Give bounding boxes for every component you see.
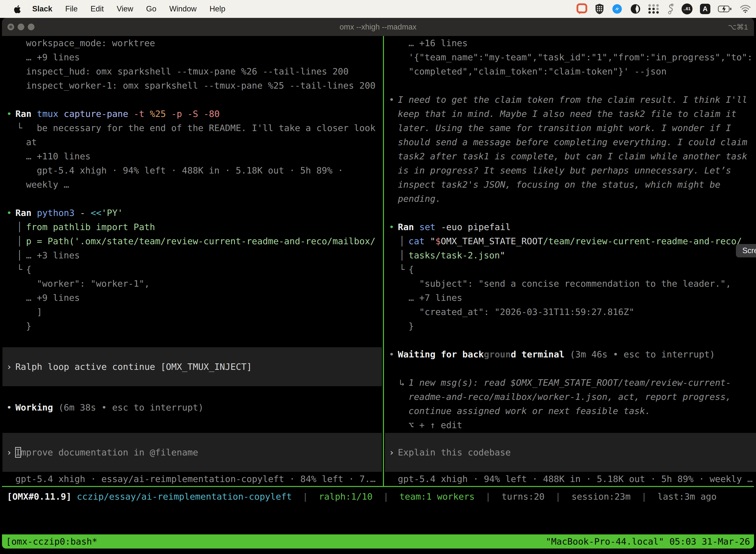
wifi-icon[interactable] bbox=[740, 4, 751, 13]
terminal-line: │cat "$OMX_TEAM_STATE_ROOT/team/review-c… bbox=[385, 234, 756, 248]
text-token: should send a message before completing … bbox=[398, 137, 747, 147]
text-token: Ran bbox=[15, 208, 37, 218]
line-gutter-marker: │ bbox=[399, 248, 405, 262]
text-token: from pathlib import Path bbox=[26, 222, 155, 232]
omx-status-bar: [OMX#0.11.9] cczip/essay/ai-reimplementa… bbox=[2, 490, 756, 519]
text-token: … +7 lines bbox=[408, 293, 462, 303]
screen-share-tooltip: Scre bbox=[736, 244, 756, 258]
terminal-line: inspect_worker-1: omx sparkshell --tmux-… bbox=[2, 78, 382, 93]
text-token: later. Using the same for transition mig… bbox=[398, 123, 731, 133]
terminal-line: … +16 lines bbox=[385, 36, 756, 50]
text-token: - bbox=[80, 208, 90, 218]
text-token: … +9 lines bbox=[26, 293, 80, 303]
text-token: set bbox=[420, 222, 441, 232]
text-token: [OMX#0.11.9] bbox=[7, 491, 71, 502]
text-token bbox=[545, 491, 555, 502]
text-token: ralph:1/10 bbox=[319, 491, 373, 502]
text-token: cczip/essay/ai-reimplementation-copyleft bbox=[77, 491, 292, 502]
line-gutter-marker: • bbox=[389, 220, 394, 234]
text-token: Working bbox=[15, 402, 58, 412]
line-gutter-marker: └ bbox=[17, 121, 22, 135]
terminal-line: '{"team_name":"my-team","task_id":"1","f… bbox=[385, 50, 756, 64]
text-token: | bbox=[555, 491, 561, 502]
terminal-line: workspace_mode: worktree bbox=[2, 36, 382, 50]
zoom-window-button[interactable] bbox=[28, 23, 35, 30]
mailbox-notice: ↳1 new msg(s): read $OMX_TEAM_STATE_ROOT… bbox=[385, 376, 756, 390]
line-gutter-marker: • bbox=[6, 206, 12, 220]
line-gutter-marker: • bbox=[389, 93, 394, 107]
messenger-icon[interactable] bbox=[612, 3, 623, 14]
command-line: •Ran set -euo pipefail bbox=[385, 220, 756, 234]
text-token: I bbox=[15, 447, 21, 457]
text-token: { bbox=[26, 264, 32, 275]
text-token: (6m 38s • esc to interrupt) bbox=[58, 402, 203, 412]
text-token: python3 bbox=[37, 208, 80, 218]
window-title-bar[interactable]: omx --xhigh --madmax ⌥⌘1 bbox=[2, 18, 754, 36]
blank-line bbox=[385, 206, 756, 220]
line-gutter-marker: └ bbox=[399, 262, 405, 277]
terminal-line: is in progress? It seems likely but perh… bbox=[385, 163, 756, 177]
command-line: •Ran python3 - <<'PY' bbox=[2, 206, 382, 220]
menu-item-help[interactable]: Help bbox=[209, 4, 226, 13]
text-token: Ran bbox=[15, 109, 37, 119]
chat-bubble-icon[interactable] bbox=[576, 3, 587, 15]
menu-item-go[interactable]: Go bbox=[146, 4, 156, 13]
prompt-placeholder: ›Explain this codebase bbox=[385, 445, 756, 459]
text-token: Explain this codebase bbox=[398, 447, 511, 457]
text-token: (3m 46s • esc to interrupt) bbox=[565, 349, 715, 359]
terminal-line: inspect_hud: omx sparkshell --tmux-pane … bbox=[2, 64, 382, 78]
terminal-line: "created_at": "2026-03-31T11:59:27.816Z" bbox=[385, 305, 756, 319]
shield-grid-icon[interactable] bbox=[595, 3, 604, 15]
tmux-session-window[interactable]: [omx-cczip0:bash* bbox=[6, 536, 97, 547]
thinking-line: •I need to get the claim token from the … bbox=[385, 93, 756, 107]
text-token: mprove documentation in @filename bbox=[21, 447, 198, 457]
text-token: d terminal bbox=[511, 349, 565, 359]
terminal-pane-right: … +16 lines'{"team_name":"my-team","task… bbox=[385, 36, 756, 486]
input-source-icon[interactable]: A bbox=[700, 4, 710, 14]
menu-item-file[interactable]: File bbox=[65, 4, 78, 13]
command-line: •Ran tmux capture-pane -t %25 -p -S -80 bbox=[2, 107, 382, 121]
battery-charging-icon[interactable] bbox=[718, 5, 732, 13]
text-token: { bbox=[408, 264, 414, 275]
prompt-input[interactable]: ›Explain this codebase bbox=[385, 433, 756, 472]
menu-item-view[interactable]: View bbox=[117, 4, 133, 13]
minimize-window-button[interactable] bbox=[18, 23, 24, 30]
squiggle-icon[interactable] bbox=[667, 3, 674, 15]
menu-item-window[interactable]: Window bbox=[169, 4, 196, 13]
line-gutter-marker: ↳ bbox=[399, 376, 405, 390]
text-token: p = Path('.omx/state/team/review-current… bbox=[26, 236, 376, 246]
terminal-line: └{ bbox=[2, 262, 382, 277]
close-window-button[interactable] bbox=[7, 23, 14, 30]
prompt-input[interactable]: ›Improve documentation in @filename bbox=[2, 433, 382, 472]
text-token: session:23m bbox=[571, 491, 630, 502]
text-token: … +9 lines bbox=[26, 52, 80, 62]
battery-percent-icon[interactable]: ..61 bbox=[682, 3, 693, 14]
terminal-line: weekly … bbox=[2, 177, 382, 191]
apple-menu-icon[interactable] bbox=[13, 4, 21, 13]
line-gutter-marker: │ bbox=[17, 220, 22, 234]
active-app-name[interactable]: Slack bbox=[32, 4, 52, 13]
text-token: << bbox=[90, 208, 101, 218]
text-token: " bbox=[500, 250, 505, 260]
line-gutter-marker: • bbox=[389, 347, 394, 362]
terminal-line: … +9 lines bbox=[2, 291, 382, 305]
pane-divider[interactable] bbox=[383, 36, 384, 486]
blank-line bbox=[385, 78, 756, 93]
text-token: $ bbox=[435, 236, 441, 246]
menu-item-edit[interactable]: Edit bbox=[90, 4, 104, 13]
terminal-line: │… +3 lines bbox=[2, 248, 382, 262]
lines: gpt-5.4 xhigh · 94% left · 488K in · 5.1… bbox=[385, 472, 756, 486]
text-token: continue assigned work or next feasible … bbox=[408, 406, 650, 416]
terminal-line: should send a message before completing … bbox=[385, 135, 756, 149]
terminal-line: │tasks/task-2.json" bbox=[385, 248, 756, 262]
dots-grid-icon[interactable] bbox=[648, 4, 659, 14]
screen: Slack FileEditViewGoWindowHelp bbox=[0, 0, 756, 554]
terminal-line: later. Using the same for transition mig… bbox=[385, 121, 756, 135]
line-gutter-marker: › bbox=[6, 359, 12, 374]
blank-line bbox=[385, 333, 756, 347]
pie-icon[interactable] bbox=[630, 3, 641, 14]
text-token: pending. bbox=[398, 193, 441, 204]
terminal-line: "subject": "send a concise recommendatio… bbox=[385, 277, 756, 291]
terminal-line: task2 after task1 is complete, but can I… bbox=[385, 149, 756, 163]
terminal-line: └ be necessary for the end of the README… bbox=[2, 121, 382, 135]
